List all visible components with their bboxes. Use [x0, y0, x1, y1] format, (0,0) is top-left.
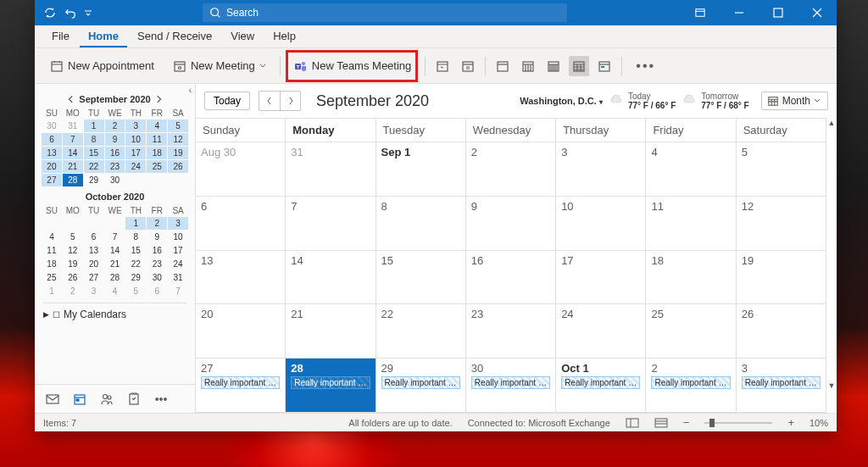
mini-day[interactable]: 17	[125, 147, 146, 159]
calendar-day[interactable]: 16	[466, 251, 556, 304]
menu-send-receive[interactable]: Send / Receive	[129, 26, 220, 47]
mini-day[interactable]: 7	[105, 231, 125, 243]
mini-day[interactable]: 5	[168, 120, 188, 132]
weather-tomorrow[interactable]: Tomorrow77° F / 68° F	[682, 92, 748, 111]
mini-day[interactable]: 2	[147, 217, 167, 230]
calendar-day[interactable]: 12	[737, 197, 826, 250]
mini-day[interactable]: 6	[147, 285, 167, 297]
mini-day[interactable]: 20	[84, 258, 104, 270]
mini-day[interactable]: 31	[168, 271, 188, 284]
mini-day[interactable]: 7	[63, 133, 83, 146]
tasks-nav-icon[interactable]	[125, 390, 143, 409]
close-button[interactable]	[798, 0, 837, 25]
mini-day[interactable]: 15	[84, 147, 104, 159]
mini-day[interactable]: 2	[63, 285, 83, 297]
mini-day[interactable]: 13	[84, 244, 104, 257]
ribbon-overflow[interactable]: •••	[629, 58, 662, 74]
calendar-event[interactable]: Really important m...	[201, 376, 280, 389]
mini-day[interactable]: 25	[147, 160, 167, 173]
mini-day[interactable]: 4	[105, 285, 125, 297]
mini-day[interactable]: 25	[42, 271, 62, 284]
maximize-button[interactable]	[759, 0, 798, 25]
calendar-event[interactable]: Really important m...	[291, 376, 370, 389]
mini-day[interactable]: 4	[147, 120, 167, 132]
calendar-day[interactable]: 10	[556, 197, 646, 250]
collapse-sidebar-icon[interactable]: ‹	[189, 86, 192, 95]
minimize-button[interactable]	[720, 0, 759, 25]
calendar-day[interactable]: 28Really important m...	[286, 359, 376, 412]
people-nav-icon[interactable]	[97, 390, 116, 409]
mini-day[interactable]: 29	[125, 271, 146, 284]
mini-day[interactable]	[63, 217, 83, 230]
calendar-day[interactable]: 31	[286, 142, 376, 196]
calendar-day[interactable]: 2	[466, 142, 556, 196]
mini-day[interactable]: 29	[84, 174, 104, 186]
calendar-event[interactable]: Really important m...	[471, 376, 550, 389]
mini-day[interactable]: 30	[42, 120, 62, 132]
calendar-event[interactable]: Really important m...	[381, 376, 460, 389]
mini-day[interactable]	[84, 217, 104, 230]
mini-day[interactable]: 27	[42, 174, 62, 186]
mini-day[interactable]: 13	[42, 147, 62, 159]
next-month-icon[interactable]	[154, 95, 163, 103]
calendar-day[interactable]: Oct 1Really important m...	[556, 359, 646, 412]
mini-day[interactable]: 10	[168, 231, 188, 243]
mini-day[interactable]: 7	[168, 285, 188, 297]
mini-day[interactable]: 3	[125, 120, 146, 132]
week-view-icon[interactable]	[543, 56, 564, 76]
mini-day[interactable]: 21	[63, 160, 83, 173]
calendar-event[interactable]: Really important m...	[742, 376, 821, 389]
calendar-day[interactable]: 8	[376, 197, 466, 250]
prev-month-icon[interactable]	[67, 95, 75, 103]
calendar-day[interactable]: 7	[286, 197, 376, 250]
calendar-event[interactable]: Really important m...	[561, 376, 640, 389]
mini-day[interactable]: 5	[125, 285, 146, 297]
new-meeting-button[interactable]: New Meeting	[166, 56, 273, 76]
more-nav-icon[interactable]: •••	[152, 390, 170, 409]
day-view-icon[interactable]	[492, 56, 513, 76]
calendar-day[interactable]: 11	[646, 197, 736, 250]
mini-day[interactable]: 14	[105, 244, 125, 257]
mini-day[interactable]: 1	[84, 120, 104, 132]
mini-day[interactable]	[105, 217, 125, 230]
calendar-nav-icon[interactable]	[70, 390, 89, 409]
mini-day[interactable]	[168, 174, 188, 186]
mini-day[interactable]: 12	[168, 133, 188, 146]
next-period-button[interactable]	[280, 92, 300, 110]
mini-day[interactable]: 19	[63, 258, 83, 270]
calendar-day[interactable]: 18	[646, 251, 736, 304]
mini-day[interactable]: 24	[168, 258, 188, 270]
mini-day[interactable]: 16	[105, 147, 125, 159]
weather-today[interactable]: Today77° F / 66° F	[609, 92, 676, 111]
view-mode-button[interactable]: Month	[761, 92, 828, 110]
mini-day[interactable]: 27	[84, 271, 104, 284]
mini-day[interactable]: 18	[147, 147, 167, 159]
menu-file[interactable]: File	[43, 26, 78, 47]
mini-day[interactable]: 18	[42, 258, 62, 270]
mini-day[interactable]: 4	[42, 231, 62, 243]
calendar-day[interactable]: 20	[196, 304, 286, 358]
mini-day[interactable]: 6	[84, 231, 104, 243]
calendar-day[interactable]: 5	[737, 142, 826, 196]
mini-day[interactable]: 16	[147, 244, 167, 257]
mini-day[interactable]: 31	[63, 120, 83, 132]
mini-day[interactable]: 1	[42, 285, 62, 297]
mini-calendar-september[interactable]: September 2020 SUMOTUWETHFRSA30311234567…	[42, 94, 188, 186]
calendar-day[interactable]: 27Really important m...	[196, 359, 286, 412]
undo-icon[interactable]	[64, 6, 77, 19]
mini-day[interactable]: 22	[84, 160, 104, 173]
calendar-day[interactable]: 19	[737, 251, 826, 304]
my-calendars-toggle[interactable]: ▶ ☐ My Calendars	[43, 303, 186, 320]
mini-day[interactable]: 24	[125, 160, 146, 173]
mini-day[interactable]: 3	[168, 217, 188, 230]
sync-icon[interactable]	[43, 6, 57, 19]
mini-day[interactable]: 28	[63, 174, 83, 186]
zoom-in-icon[interactable]: +	[787, 416, 794, 429]
next7days-icon[interactable]	[458, 56, 478, 76]
today-button[interactable]: Today	[204, 92, 250, 110]
calendar-day[interactable]: 9	[466, 197, 556, 250]
calendar-day[interactable]: 26	[737, 304, 826, 358]
zoom-out-icon[interactable]: −	[683, 416, 690, 429]
mini-day[interactable]	[125, 174, 146, 186]
mini-day[interactable]: 1	[125, 217, 146, 230]
